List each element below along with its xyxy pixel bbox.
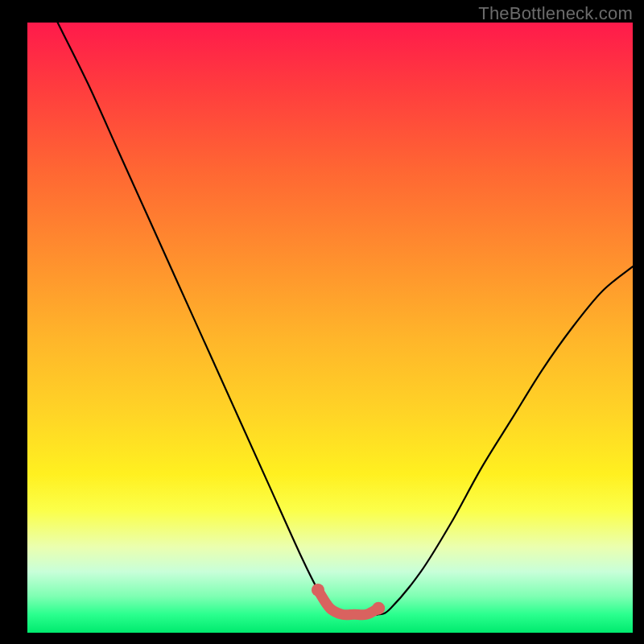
bottleneck-curve-svg bbox=[27, 23, 633, 633]
watermark-label: TheBottleneck.com bbox=[478, 3, 633, 24]
chart-frame: TheBottleneck.com bbox=[0, 0, 644, 644]
optimal-zone-endpoint bbox=[312, 584, 324, 597]
plot-area bbox=[27, 23, 633, 633]
optimal-zone-endpoint bbox=[372, 602, 385, 615]
bottleneck-curve bbox=[58, 23, 633, 615]
optimal-zone bbox=[318, 590, 378, 615]
